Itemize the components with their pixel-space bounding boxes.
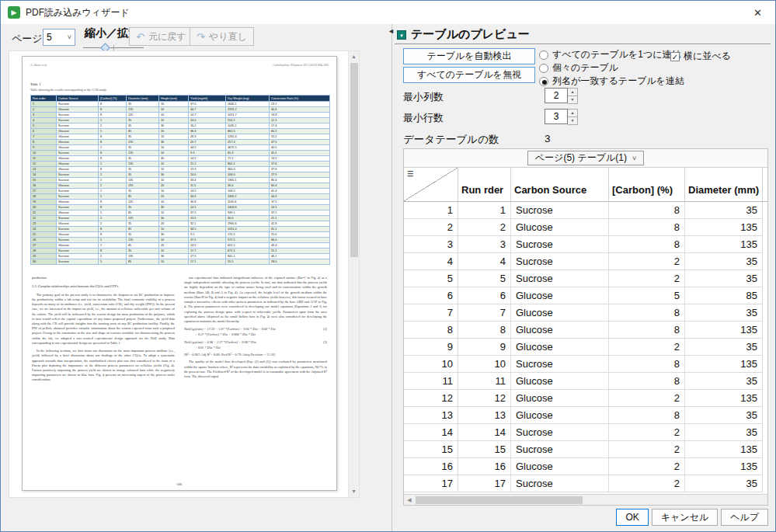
table-cell[interactable]: Sucrose — [511, 356, 609, 373]
table-cell[interactable]: 9 — [458, 339, 511, 356]
panel-header[interactable]: ▾ テーブルのプレビュー — [397, 27, 530, 42]
table-cell[interactable]: 8 — [609, 322, 685, 339]
table-cell[interactable]: 8 — [609, 356, 685, 373]
row-number-cell[interactable]: 10 — [404, 356, 458, 373]
table-cell[interactable]: Glucose — [511, 322, 609, 339]
table-cell[interactable]: 3 — [458, 236, 511, 253]
table-row[interactable]: 22Glucose8135 — [404, 219, 767, 236]
row-number-cell[interactable]: 2 — [404, 219, 458, 236]
table-cell[interactable]: Glucose — [511, 390, 609, 407]
row-number-cell[interactable]: 13 — [404, 407, 458, 424]
table-row[interactable]: 33Sucrose8135 — [404, 236, 767, 253]
help-button[interactable]: ヘルプ — [721, 509, 768, 526]
spin-down-icon[interactable]: ▼ — [568, 116, 578, 125]
table-cell[interactable]: 10 — [458, 356, 511, 373]
close-icon[interactable]: ✕ — [740, 1, 775, 24]
preview-vertical-scrollbar[interactable]: ▲ ▼ — [348, 51, 359, 497]
column-header[interactable]: Carbon Source — [511, 168, 609, 201]
page-select[interactable]: 5 ˅ — [43, 29, 75, 46]
table-row[interactable]: 1616Glucose2135 — [404, 458, 767, 475]
table-cell[interactable]: 35 — [685, 475, 763, 492]
table-cell[interactable]: Sucrose — [511, 270, 609, 287]
radio-concatenate-all[interactable]: すべてのテーブルを1つに連結 — [539, 48, 684, 61]
table-cell[interactable]: 35 — [685, 373, 763, 390]
pdf-preview-pane[interactable]: A. Basu et al. Carbohydrate Polymers 207… — [9, 50, 360, 498]
row-number-cell[interactable]: 11 — [404, 373, 458, 390]
table-cell[interactable]: 35 — [685, 304, 763, 322]
table-cell[interactable]: Glucose — [511, 458, 609, 475]
table-cell[interactable]: 2 — [609, 339, 685, 356]
column-header[interactable]: Run rder — [458, 168, 511, 201]
table-cell[interactable]: 2 — [609, 441, 685, 458]
table-row[interactable]: 1212Glucose2135 — [404, 390, 767, 407]
table-cell[interactable]: 13 — [458, 407, 511, 424]
table-cell[interactable]: 4 — [458, 253, 511, 270]
table-row[interactable]: 44Sucrose235 — [404, 253, 767, 270]
table-cell[interactable]: 135 — [685, 458, 763, 475]
corner-header-cell[interactable]: ☰ — [404, 168, 458, 201]
table-cell[interactable]: 2 — [609, 270, 685, 287]
table-cell[interactable]: 2 — [609, 475, 685, 492]
row-number-cell[interactable]: 5 — [404, 270, 458, 287]
row-number-cell[interactable]: 4 — [404, 253, 458, 270]
table-cell[interactable]: Glucose — [511, 407, 609, 424]
table-cell[interactable]: 2 — [609, 424, 685, 441]
undo-button[interactable]: ↶ 元に戻す — [129, 27, 193, 46]
pdf-detected-table[interactable]: Run orderCarbon Source[Carbon] (%)Diamet… — [30, 95, 330, 265]
scroll-up-icon[interactable]: ▲ — [349, 51, 359, 62]
table-row[interactable]: 1717Sucrose235 — [404, 475, 767, 492]
row-number-cell[interactable]: 7 — [404, 304, 458, 322]
spin-down-icon[interactable]: ▼ — [568, 96, 578, 104]
radio-individual-tables[interactable]: 個々のテーブル — [539, 61, 684, 75]
spin-up-icon[interactable]: ▲ — [568, 109, 578, 116]
spin-up-icon[interactable]: ▲ — [568, 88, 578, 96]
collapse-left-icon[interactable]: ◄ — [388, 27, 395, 35]
row-number-cell[interactable]: 8 — [404, 322, 458, 339]
min-rows-value[interactable]: 3 — [545, 109, 568, 124]
table-cell[interactable]: 135 — [685, 236, 763, 253]
table-cell[interactable]: 8 — [609, 236, 685, 253]
table-row[interactable]: 77Glucose835 — [404, 304, 767, 322]
titlebar[interactable]: ▶ PDF読み込みウィザード ✕ — [1, 1, 775, 24]
row-number-cell[interactable]: 6 — [404, 287, 458, 304]
scrollbar-thumb[interactable] — [416, 496, 583, 504]
min-columns-stepper[interactable]: 2 ▲ ▼ — [545, 88, 579, 103]
table-cell[interactable]: 2 — [609, 458, 685, 475]
side-by-side-checkbox[interactable]: ✓ 横に並べる — [670, 50, 731, 63]
row-number-cell[interactable]: 15 — [404, 441, 458, 458]
table-selector-dropdown[interactable]: ページ(5) テーブル(1) ˅ — [527, 151, 644, 165]
table-cell[interactable]: 8 — [609, 202, 685, 219]
table-cell[interactable]: Glucose — [511, 219, 609, 236]
table-cell[interactable]: 135 — [685, 441, 763, 458]
column-header[interactable]: [Carbon] (%) — [609, 168, 685, 201]
table-cell[interactable]: 8 — [609, 304, 685, 322]
table-row[interactable]: 1313Glucose835 — [404, 407, 767, 424]
table-horizontal-scrollbar[interactable]: ◀ ▶ — [404, 494, 767, 505]
table-cell[interactable]: Glucose — [511, 304, 609, 322]
table-cell[interactable]: 2 — [609, 390, 685, 407]
table-cell[interactable]: 35 — [685, 407, 763, 424]
table-cell[interactable]: Glucose — [511, 287, 609, 304]
table-cell[interactable]: 8 — [458, 322, 511, 339]
table-cell[interactable]: 135 — [685, 219, 763, 236]
scrollbar-thumb[interactable] — [350, 63, 358, 257]
table-cell[interactable]: 135 — [685, 390, 763, 407]
row-number-cell[interactable]: 16 — [404, 458, 458, 475]
radio-concatenate-matching-columns[interactable]: 列名が一致するテーブルを連結 — [539, 75, 684, 88]
table-row[interactable]: 1414Sucrose235 — [404, 424, 767, 441]
cancel-button[interactable]: キャンセル — [652, 509, 718, 526]
columns-list-icon[interactable]: ☰ — [407, 170, 413, 178]
table-cell[interactable]: 35 — [685, 202, 763, 219]
ignore-all-tables-button[interactable]: すべてのテーブルを無視 — [403, 67, 535, 83]
row-number-cell[interactable]: 1 — [404, 202, 458, 219]
table-cell[interactable]: 35 — [685, 253, 763, 270]
table-cell[interactable]: 35 — [685, 270, 763, 287]
row-number-cell[interactable]: 12 — [404, 390, 458, 407]
table-cell[interactable]: 15 — [458, 441, 511, 458]
table-row[interactable]: 1111Glucose835 — [404, 373, 767, 390]
row-number-cell[interactable]: 14 — [404, 424, 458, 441]
table-cell[interactable]: 7 — [458, 304, 511, 322]
table-cell[interactable]: 11 — [458, 373, 511, 390]
table-cell[interactable]: 1 — [458, 202, 511, 219]
row-number-cell[interactable]: 9 — [404, 339, 458, 356]
